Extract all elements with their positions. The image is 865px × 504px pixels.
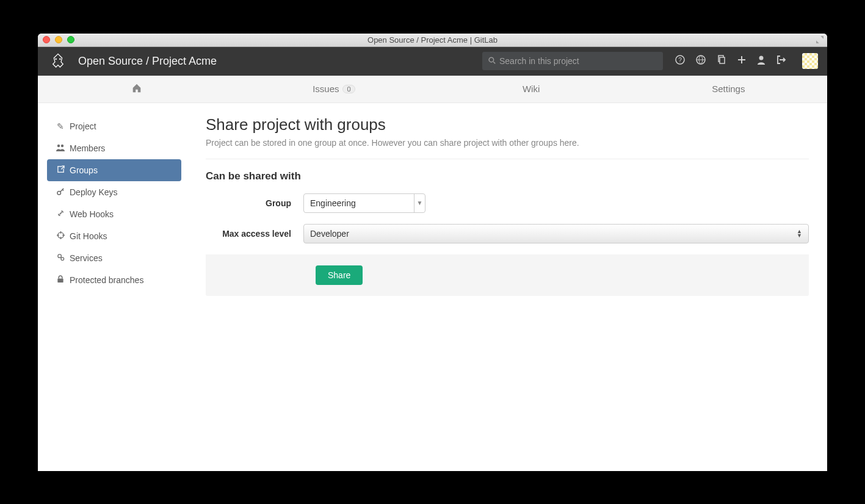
svg-point-2 [489, 57, 494, 62]
section-title: Can be shared with [206, 170, 809, 182]
svg-point-14 [57, 254, 61, 257]
svg-text:?: ? [678, 57, 682, 63]
tab-settings[interactable]: Settings [630, 84, 827, 94]
tab-issues[interactable]: Issues 0 [235, 84, 432, 94]
window-controls [43, 36, 74, 43]
minimize-window-button[interactable] [55, 36, 62, 43]
sidebar-label-members: Members [70, 143, 105, 153]
plus-icon[interactable] [737, 56, 746, 67]
nav-icons: ? [675, 53, 818, 69]
svg-rect-8 [720, 57, 725, 63]
sidebar-label-protected-branches: Protected branches [70, 275, 143, 285]
sidebar-label-git-hooks: Git Hooks [70, 231, 107, 241]
expand-icon[interactable] [816, 36, 823, 43]
sidebar-label-groups: Groups [70, 165, 98, 175]
cogs-icon [56, 253, 65, 263]
svg-rect-16 [57, 278, 63, 283]
access-level-value: Developer [310, 229, 349, 239]
user-icon[interactable] [757, 55, 765, 67]
logout-icon[interactable] [776, 55, 786, 67]
search-icon [488, 57, 496, 66]
share-icon [56, 165, 65, 175]
tab-wiki[interactable]: Wiki [433, 84, 630, 94]
tab-issues-label: Issues [313, 84, 339, 94]
updown-icon: ▲▼ [797, 229, 802, 238]
svg-point-1 [59, 58, 61, 60]
sidebar-label-web-hooks: Web Hooks [70, 209, 114, 219]
access-label: Max access level [206, 229, 303, 239]
issues-count-badge: 0 [342, 85, 355, 93]
form-row-group: Group Engineering ▼ [206, 193, 809, 213]
top-navbar: Open Source / Project Acme ? [38, 47, 827, 76]
svg-point-11 [61, 144, 63, 146]
crosshair-icon [56, 231, 65, 241]
sidebar-item-protected-branches[interactable]: Protected branches [47, 269, 181, 291]
access-level-select[interactable]: Developer ▲▼ [303, 224, 809, 243]
link-icon [56, 209, 65, 219]
lock-icon [56, 275, 65, 285]
search-box[interactable] [482, 52, 663, 70]
sidebar-item-deploy-keys[interactable]: Deploy Keys [47, 181, 181, 203]
sidebar: ✎ Project Members Groups Deploy Keys Web… [47, 115, 181, 296]
chevron-down-icon: ▼ [414, 194, 425, 212]
zoom-window-button[interactable] [67, 36, 74, 43]
svg-point-15 [60, 257, 63, 260]
edit-icon: ✎ [56, 121, 65, 131]
sub-navbar: Issues 0 Wiki Settings [38, 76, 827, 103]
group-select[interactable]: Engineering ▼ [303, 193, 425, 213]
svg-line-3 [493, 62, 495, 63]
content-area: ✎ Project Members Groups Deploy Keys Web… [38, 103, 827, 308]
tab-wiki-label: Wiki [523, 84, 540, 94]
divider [206, 159, 809, 159]
sidebar-item-groups[interactable]: Groups [47, 159, 181, 181]
tab-settings-label: Settings [712, 84, 745, 94]
search-input[interactable] [499, 56, 657, 66]
main-panel: Share project with groups Project can be… [181, 115, 818, 296]
home-icon [131, 82, 142, 95]
close-window-button[interactable] [43, 36, 50, 43]
sidebar-item-web-hooks[interactable]: Web Hooks [47, 203, 181, 225]
titlebar: Open Source / Project Acme | GitLab [38, 34, 827, 47]
breadcrumb[interactable]: Open Source / Project Acme [78, 55, 217, 68]
share-button[interactable]: Share [316, 265, 363, 285]
files-icon[interactable] [717, 55, 726, 67]
sidebar-label-deploy-keys: Deploy Keys [70, 187, 118, 197]
avatar[interactable] [802, 53, 818, 69]
svg-point-0 [55, 58, 57, 60]
tab-home[interactable] [38, 82, 235, 95]
page-title: Share project with groups [206, 115, 809, 134]
sidebar-label-services: Services [70, 253, 103, 263]
form-row-access: Max access level Developer ▲▼ [206, 224, 809, 243]
sidebar-label-project: Project [70, 121, 96, 131]
window-title: Open Source / Project Acme | GitLab [38, 35, 827, 45]
svg-point-10 [57, 144, 60, 146]
gitlab-logo-icon[interactable] [47, 50, 69, 72]
sidebar-item-git-hooks[interactable]: Git Hooks [47, 225, 181, 247]
globe-icon[interactable] [696, 55, 706, 67]
form-footer: Share [206, 254, 809, 296]
members-icon [56, 143, 65, 153]
sidebar-item-members[interactable]: Members [47, 137, 181, 159]
svg-point-9 [759, 56, 764, 60]
app-window: Open Source / Project Acme | GitLab Open… [38, 34, 827, 471]
help-icon[interactable]: ? [675, 55, 685, 67]
sidebar-item-services[interactable]: Services [47, 247, 181, 269]
sidebar-item-project[interactable]: ✎ Project [47, 115, 181, 137]
group-select-value: Engineering [304, 198, 414, 208]
page-description: Project can be stored in one group at on… [206, 138, 809, 148]
key-icon [56, 187, 65, 197]
group-label: Group [206, 198, 303, 208]
